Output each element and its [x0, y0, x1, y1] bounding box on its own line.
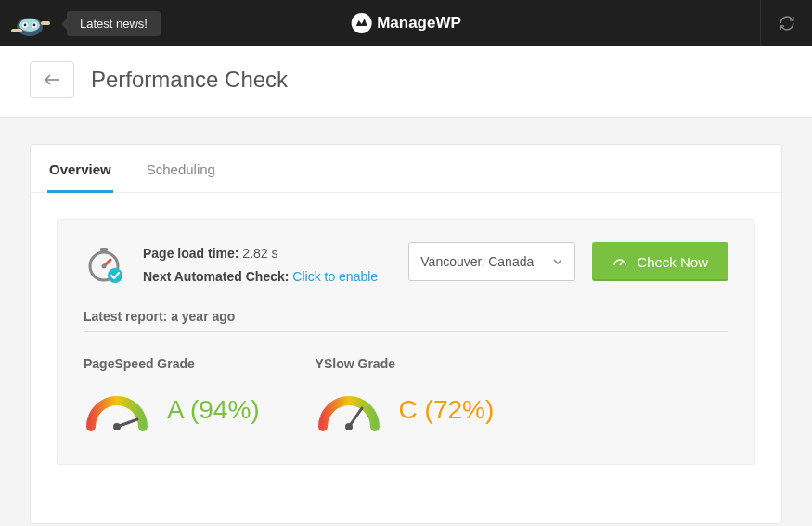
arrow-left-icon [43, 72, 61, 87]
latest-report-value: a year ago [171, 309, 235, 324]
svg-point-5 [33, 24, 36, 27]
svg-rect-6 [11, 29, 22, 32]
brand-name: ManageWP [377, 14, 461, 32]
latest-report-label: Latest report: [84, 309, 167, 324]
pagespeed-block: PageSpeed Grade A [84, 356, 260, 438]
page-title: Performance Check [91, 67, 288, 93]
load-time-label: Page load time: [143, 246, 238, 261]
next-check-label: Next Automated Check: [143, 269, 289, 284]
mascot-icon [0, 0, 56, 46]
pagespeed-score: A (94%) [167, 395, 260, 425]
top-bar: Latest news! ManageWP [0, 0, 812, 46]
svg-point-13 [102, 264, 107, 269]
svg-line-15 [620, 262, 623, 265]
chevron-down-icon [552, 256, 563, 267]
stopwatch-icon [84, 242, 126, 289]
back-button[interactable] [30, 61, 74, 98]
main-card: Overview Scheduling [30, 144, 782, 524]
brand-mark-icon [351, 13, 371, 33]
refresh-icon [779, 15, 795, 32]
load-time-value: 2.82 s [242, 246, 277, 261]
svg-point-3 [24, 24, 27, 27]
latest-report: Latest report: a year ago [84, 309, 728, 324]
svg-point-19 [345, 423, 353, 430]
pagespeed-gauge-icon [84, 382, 150, 438]
gauge-small-icon [612, 254, 627, 269]
overview-panel: Page load time: 2.82 s Next Automated Ch… [57, 219, 755, 465]
tab-scheduling[interactable]: Scheduling [145, 156, 217, 193]
tabs: Overview Scheduling [31, 145, 781, 193]
content-area: Overview Scheduling [0, 118, 812, 526]
location-select[interactable]: Vancouver, Canada [408, 242, 575, 281]
check-now-label: Check Now [637, 254, 708, 270]
svg-rect-7 [41, 21, 50, 25]
yslow-title: YSlow Grade [316, 356, 495, 371]
location-selected: Vancouver, Canada [420, 254, 534, 269]
title-bar: Performance Check [0, 46, 812, 118]
grades-row: PageSpeed Grade A [84, 356, 728, 438]
check-now-button[interactable]: Check Now [592, 242, 728, 281]
svg-rect-10 [100, 248, 108, 251]
summary-row: Page load time: 2.82 s Next Automated Ch… [84, 242, 728, 289]
summary-text: Page load time: 2.82 s Next Automated Ch… [143, 242, 392, 289]
svg-point-14 [108, 268, 122, 283]
pagespeed-title: PageSpeed Grade [84, 356, 260, 371]
yslow-score: C (72%) [399, 395, 495, 425]
tab-overview[interactable]: Overview [47, 156, 113, 193]
divider [84, 331, 728, 332]
svg-point-17 [113, 423, 121, 430]
yslow-block: YSlow Grade C (72 [316, 356, 495, 438]
yslow-gauge-icon [316, 382, 382, 438]
enable-auto-check-link[interactable]: Click to enable [292, 269, 378, 284]
refresh-button[interactable] [760, 0, 812, 46]
news-bubble[interactable]: Latest news! [67, 11, 161, 36]
brand-logo[interactable]: ManageWP [351, 13, 461, 33]
